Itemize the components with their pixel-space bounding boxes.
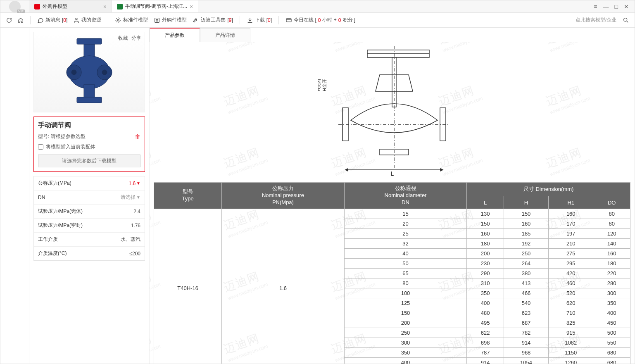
cell-H1: 170: [549, 219, 593, 228]
my-resources-button[interactable]: 我的资源: [71, 16, 103, 24]
cell-dn: 32: [344, 238, 467, 248]
left-gutter: [0, 28, 29, 364]
search-hint[interactable]: 点此搜索模型/企业: [576, 17, 619, 24]
cell-H1: 620: [549, 298, 593, 308]
param-row: 试验压力/MPa(壳体)2.4: [34, 205, 145, 219]
avatar[interactable]: VIP: [9, 1, 21, 12]
cell-DO: 220: [593, 268, 630, 278]
standard-model-button[interactable]: 标准件模型: [113, 16, 150, 24]
share-button[interactable]: 分享: [131, 35, 141, 42]
product-title: 手动调节阀: [38, 121, 140, 130]
cell-L: 200: [467, 248, 504, 258]
param-value: 请选择 ▼: [121, 194, 140, 201]
search-icon[interactable]: [621, 16, 630, 25]
cell-L: 787: [467, 347, 504, 357]
param-key: 试验压力/MPa(壳体): [38, 208, 83, 215]
minimize-icon[interactable]: —: [603, 3, 609, 10]
parameter-list: 公称压力(MPa)1.6 ▼DN请选择 ▼试验压力/MPa(壳体)2.4试验压力…: [33, 176, 145, 261]
tab-product-param[interactable]: 产品参数: [150, 28, 200, 42]
trash-icon[interactable]: 🗑: [135, 133, 140, 140]
favorite-button[interactable]: 收藏: [118, 35, 128, 42]
cell-dn: 150: [344, 308, 467, 318]
online-mid: 小时 +: [322, 17, 336, 24]
cell-DO: 550: [593, 338, 630, 347]
cell-H1: 520: [549, 288, 593, 298]
close-window-icon[interactable]: ✕: [624, 3, 629, 10]
toolset-count: 9: [229, 17, 232, 23]
external-model-icon: [34, 4, 40, 10]
online-status: 今日在线 [0 小时 + 0 积分 ]: [284, 16, 357, 24]
cell-L: 130: [467, 209, 504, 219]
maximize-icon[interactable]: □: [615, 3, 618, 10]
spec-table: 型号Type 公称压力Nominal pressurePN(Mpa) 公称通径N…: [154, 182, 630, 364]
cell-H1: 197: [549, 228, 593, 238]
cell-DO: 680: [593, 347, 630, 357]
refresh-icon[interactable]: [5, 16, 14, 25]
tab-valve-page[interactable]: 手动调节阀-调节阀-上海江... ×: [112, 0, 198, 12]
cell-H1: 825: [549, 318, 593, 328]
param-row: 试验压力/MPa(密封)1.76: [34, 219, 145, 233]
tab-external-model[interactable]: 外购件模型 ×: [29, 0, 112, 12]
cell-L: 480: [467, 308, 504, 318]
cell-DO: 300: [593, 288, 630, 298]
external-model-button[interactable]: 外购件模型: [152, 16, 188, 24]
cell-DO: 180: [593, 258, 630, 268]
cell-L: 914: [467, 357, 504, 364]
cell-H: 782: [504, 328, 548, 338]
param-key: 公称压力(MPa): [38, 180, 71, 187]
param-row: 工作介质水、蒸汽: [34, 233, 145, 247]
svg-rect-2: [155, 18, 159, 22]
cell-DO: 160: [593, 248, 630, 258]
close-icon[interactable]: ×: [190, 3, 193, 10]
info-card: 手动调节阀 型号: 请根据参数选型 🗑 将模型插入当前装配体 请选择完参数后下载…: [33, 117, 145, 172]
cell-H: 160: [504, 219, 548, 228]
tab-product-detail[interactable]: 产品详情: [200, 28, 250, 42]
cell-DO: 80: [593, 219, 630, 228]
param-key: DN: [38, 195, 45, 200]
page-icon: [117, 4, 123, 10]
download-model-button[interactable]: 请选择完参数后下载模型: [38, 155, 140, 167]
param-value: ≤200: [129, 251, 140, 257]
cell-DO: 120: [593, 228, 630, 238]
insert-checkbox-input[interactable]: [38, 144, 43, 150]
param-row[interactable]: 公称压力(MPa)1.6 ▼: [34, 176, 145, 190]
cell-dn: 50: [344, 258, 467, 268]
model-preview: 收藏 分享: [33, 32, 145, 112]
home-icon[interactable]: [16, 16, 25, 25]
cell-H: 250: [504, 248, 548, 258]
cell-H1: 460: [549, 278, 593, 288]
cell-H: 968: [504, 347, 548, 357]
cell-H1: 1082: [549, 338, 593, 347]
download-label: 下载: [255, 17, 265, 24]
cell-dn: 125: [344, 298, 467, 308]
param-row[interactable]: DN请选择 ▼: [34, 190, 145, 205]
toolbar: 新消息 [0] 我的资源 标准件模型 外购件模型 迈迪工具集 [9] 下载 [0…: [0, 13, 635, 28]
cell-DO: 350: [593, 298, 630, 308]
cell-dn: 300: [344, 338, 467, 347]
toolset-button[interactable]: 迈迪工具集 [9]: [191, 16, 234, 24]
param-value: 1.6 ▼: [128, 181, 140, 186]
cell-L: 350: [467, 288, 504, 298]
cell-dn: 15: [344, 209, 467, 219]
online-points: 0: [338, 17, 341, 23]
avatar-zone: VIP: [0, 1, 29, 12]
cell-dn: 40: [344, 248, 467, 258]
download-button[interactable]: 下载 [0]: [245, 16, 274, 24]
chevron-down-icon: ▼: [136, 181, 140, 186]
menu-icon[interactable]: ≡: [594, 3, 597, 10]
cell-L: 160: [467, 228, 504, 238]
insert-assembly-checkbox[interactable]: 将模型插入当前装配体: [38, 143, 140, 150]
toolset-label: 迈迪工具集: [201, 17, 226, 24]
cell-H1: 420: [549, 268, 593, 278]
cell-dn: 200: [344, 318, 467, 328]
new-message-button[interactable]: 新消息 [0]: [36, 16, 69, 24]
detail-body[interactable]: 迈迪网www.maidiyun.com迈迪网www.maidiyun.com迈迪…: [150, 42, 635, 364]
cell-DO: 400: [593, 308, 630, 318]
close-icon[interactable]: ×: [103, 3, 107, 10]
new-message-count: 0: [63, 17, 66, 23]
cell-H1: 915: [549, 328, 593, 338]
svg-rect-5: [77, 38, 102, 44]
left-panel: 收藏 分享: [29, 28, 149, 364]
model-thumbnail: [54, 35, 124, 109]
model-value: 请根据参数选型: [51, 133, 86, 139]
